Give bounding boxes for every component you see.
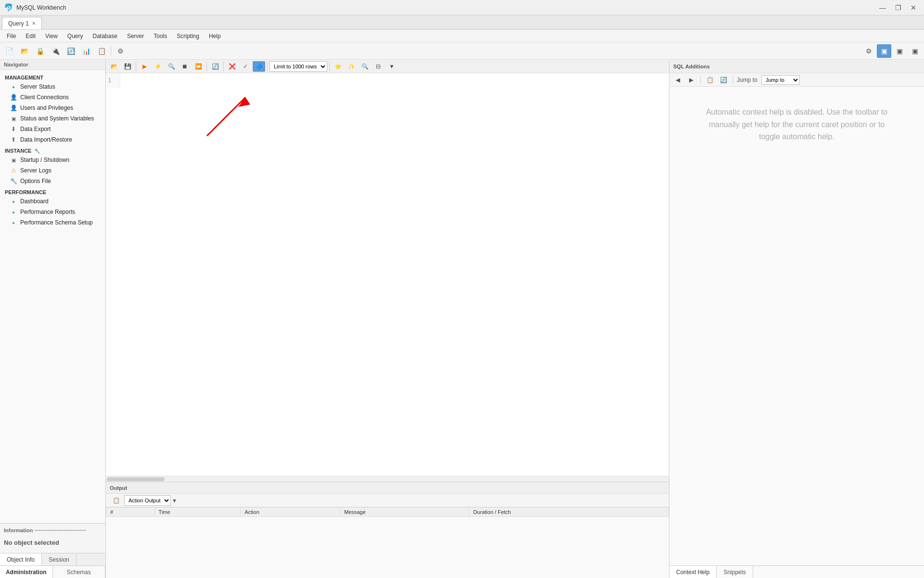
open-file-button[interactable]: 📂 <box>17 44 32 58</box>
ok-button[interactable]: ✓ <box>239 61 252 72</box>
action-output-dropdown[interactable]: ▾ <box>173 497 176 504</box>
data-export-icon: ⬇ <box>10 125 17 133</box>
main-toolbar: 📄 📂 🔒 🔌 🔃 📊 📋 ⚙ ⚙ ▣ ▣ ▣ <box>0 42 924 60</box>
nav-dashboard[interactable]: ● Dashboard <box>0 196 105 207</box>
col-duration: Duration / Fetch <box>469 508 669 517</box>
nav-server-status[interactable]: ● Server Status <box>0 81 105 92</box>
jumpto-sep2 <box>732 76 733 84</box>
menu-edit[interactable]: Edit <box>21 30 40 42</box>
save-query-button[interactable]: 💾 <box>121 61 134 72</box>
menu-file[interactable]: File <box>2 30 21 42</box>
menu-database[interactable]: Database <box>88 30 122 42</box>
nav-startup-shutdown[interactable]: ▣ Startup / Shutdown <box>0 155 105 165</box>
snippets-tab[interactable]: Snippets <box>717 566 753 578</box>
open-query-button[interactable]: 📂 <box>108 61 120 72</box>
nav-server-logs-label: Server Logs <box>20 167 51 174</box>
wand-button[interactable]: ✨ <box>345 61 358 72</box>
copy-sql-button[interactable]: 📋 <box>705 75 715 85</box>
output-table: # Time Action Message Duration / Fetch <box>106 507 669 578</box>
bottom-tabs: Object Info Session <box>0 553 105 565</box>
sql-addition-tabs: Context Help Snippets <box>669 565 924 578</box>
menu-scripting[interactable]: Scripting <box>172 30 204 42</box>
sql-additions-panel: SQL Additions ◀ ▶ 📋 🔄 Jump to Jump to Au… <box>669 60 924 578</box>
editor-input[interactable] <box>120 73 669 476</box>
more-button[interactable]: ▼ <box>385 61 398 72</box>
execute-current-button[interactable]: ⚡ <box>152 61 164 72</box>
instance-section: INSTANCE 🔧 <box>0 145 105 155</box>
nav-performance-schema[interactable]: ● Performance Schema Setup <box>0 217 105 228</box>
info-header: Information ····························… <box>4 526 102 535</box>
stop-button[interactable]: ⏹ <box>179 61 191 72</box>
instance-icon: 🔧 <box>34 148 40 154</box>
nav-server-logs[interactable]: ⚠ Server Logs <box>0 165 105 176</box>
session-tab[interactable]: Session <box>42 553 77 565</box>
refresh-button[interactable]: 🔄 <box>718 75 729 85</box>
options-file-icon: 🔧 <box>10 177 17 185</box>
continue-button[interactable]: ⏩ <box>192 61 205 72</box>
query-tab[interactable]: Query 1 ✕ <box>2 17 42 29</box>
maximize-button[interactable]: ❐ <box>891 2 905 13</box>
nav-status-variables[interactable]: ▣ Status and System Variables <box>0 113 105 124</box>
layout-2-button[interactable]: ▣ <box>892 44 907 58</box>
object-info-tab[interactable]: Object Info <box>0 553 42 565</box>
schemas-tab[interactable]: Schemas <box>53 566 106 578</box>
window-controls: — ❐ ✕ <box>876 2 920 13</box>
toggle-button[interactable]: 🔄 <box>209 61 221 72</box>
zoom-button[interactable]: 🔍 <box>359 61 371 72</box>
save-file-button[interactable]: 🔒 <box>33 44 47 58</box>
new-file-button[interactable]: 📄 <box>2 44 16 58</box>
next-button[interactable]: ▶ <box>686 75 696 85</box>
wrap-button[interactable]: ⊟ <box>372 61 385 72</box>
dashboard-icon: ● <box>10 197 17 205</box>
prev-button[interactable]: ◀ <box>672 75 683 85</box>
horizontal-scrollbar[interactable] <box>106 476 669 482</box>
copy-output-button[interactable]: 📋 <box>110 495 122 506</box>
instance-section-title: INSTANCE <box>5 148 31 154</box>
titlebar: 🐬 MySQL Workbench — ❐ ✕ <box>0 0 924 15</box>
nav-data-import[interactable]: ⬆ Data Import/Restore <box>0 134 105 145</box>
jumpto-select[interactable]: Jump to <box>761 75 800 85</box>
nav-data-export[interactable]: ⬇ Data Export <box>0 124 105 134</box>
administration-tab[interactable]: Administration <box>0 566 53 578</box>
status-variables-icon: ▣ <box>10 115 17 122</box>
connect-db-button[interactable]: 🔌 <box>48 44 63 58</box>
no-object-selected: No object selected <box>4 535 102 550</box>
close-button[interactable]: ✕ <box>907 2 920 13</box>
menu-query[interactable]: Query <box>63 30 88 42</box>
menu-help[interactable]: Help <box>204 30 226 42</box>
nav-data-export-label: Data Export <box>20 126 51 132</box>
qtb-sep3 <box>223 62 224 71</box>
sql-additions-header: SQL Additions <box>669 60 924 73</box>
table-inspector-button[interactable]: 📋 <box>94 44 109 58</box>
nav-users-privileges[interactable]: 👤 Users and Privileges <box>0 103 105 113</box>
query-tab-close[interactable]: ✕ <box>32 21 36 26</box>
context-help-tab[interactable]: Context Help <box>669 566 717 578</box>
reconnect-button[interactable]: 🔃 <box>64 44 78 58</box>
layout-3-button[interactable]: ▣ <box>908 44 922 58</box>
workbench-prefs-button[interactable]: ⚙ <box>861 44 876 58</box>
explain-button[interactable]: 🔍 <box>165 61 178 72</box>
minimize-button[interactable]: — <box>876 2 889 13</box>
layout-1-button[interactable]: ▣ <box>877 44 891 58</box>
svg-line-0 <box>207 97 245 136</box>
star-button[interactable]: ⭐ <box>332 61 344 72</box>
nav-client-connections[interactable]: 👤 Client Connections <box>0 92 105 103</box>
menu-view[interactable]: View <box>40 30 63 42</box>
action-output-select[interactable]: Action Output <box>124 495 171 506</box>
menu-tools[interactable]: Tools <box>149 30 172 42</box>
users-privileges-icon: 👤 <box>10 104 17 112</box>
nav-options-file[interactable]: 🔧 Options File <box>0 176 105 186</box>
cancel-button[interactable]: ❌ <box>226 61 238 72</box>
menu-server[interactable]: Server <box>122 30 149 42</box>
schema-inspector-button[interactable]: 📊 <box>79 44 93 58</box>
execute-button[interactable]: ▶ <box>138 61 151 72</box>
navigator-content: MANAGEMENT ● Server Status 👤 Client Conn… <box>0 70 105 523</box>
limit-select[interactable]: Limit to 1000 rows Don't Limit Limit to … <box>270 61 327 72</box>
query-settings-button[interactable]: ⚙ <box>113 44 128 58</box>
scrollbar-thumb[interactable] <box>107 477 165 481</box>
nav-performance-reports[interactable]: ● Performance Reports <box>0 207 105 217</box>
col-num: # <box>106 508 155 517</box>
query-tab-label: Query 1 <box>8 20 29 27</box>
schema-button[interactable]: 🔷 <box>253 61 265 72</box>
performance-schema-icon: ● <box>10 219 17 226</box>
